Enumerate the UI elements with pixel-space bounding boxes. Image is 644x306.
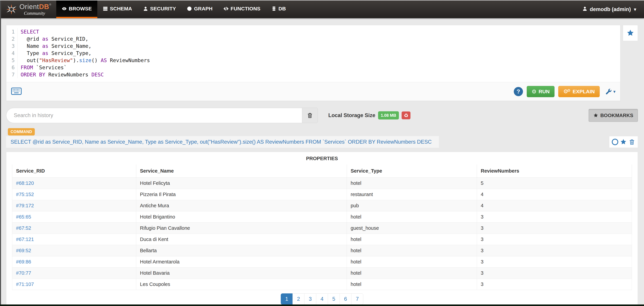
bookmarks-button[interactable]: BOOKMARKS xyxy=(588,109,638,122)
code-line[interactable]: 2 @rid as Service_RID, xyxy=(6,35,620,42)
line-number: 7 xyxy=(6,71,18,78)
cell-service_name: Pizzeria Il Pirata xyxy=(136,189,347,200)
cell-service_name: Hotel Brigantino xyxy=(136,211,347,223)
chevron-down-icon: ▾ xyxy=(634,7,636,12)
line-number: 1 xyxy=(6,28,18,35)
search-history-input[interactable] xyxy=(6,108,302,123)
run-button[interactable]: ⚙ RUN xyxy=(527,86,555,97)
cell-reviewnumbers: 3 xyxy=(477,234,632,245)
results-panel: PROPERTIES Service_RIDService_NameServic… xyxy=(6,152,638,306)
user-menu[interactable]: demodb (admin) ▾ xyxy=(582,0,644,18)
page-button-3[interactable]: 3 xyxy=(304,294,316,305)
page-button-5[interactable]: 5 xyxy=(328,294,340,305)
user-icon xyxy=(582,6,588,12)
cell-service_type: hotel xyxy=(347,256,477,268)
code-line[interactable]: 7ORDER BY ReviewNumbers DESC xyxy=(6,71,620,78)
code-text: ORDER BY ReviewNumbers DESC xyxy=(18,71,104,78)
code-line[interactable]: 6FROM `Services` xyxy=(6,64,620,71)
code-text: SELECT xyxy=(18,28,39,35)
storage-size-label: Local Storage Size xyxy=(328,112,375,119)
tab-label: DB xyxy=(278,6,286,11)
code-text: Type as Service_Type, xyxy=(18,50,91,57)
page-button-2[interactable]: 2 xyxy=(292,294,304,305)
command-query-text[interactable]: SELECT @rid as Service_RID, Name as Serv… xyxy=(6,136,439,148)
column-header-service_rid[interactable]: Service_RID xyxy=(12,164,136,178)
code-line[interactable]: 4 Type as Service_Type, xyxy=(6,50,620,57)
table-row: #69:86Hotel Armentarolahotel3 xyxy=(12,256,632,268)
gear-icon: ⚙ xyxy=(532,89,536,94)
cell-service_type: hotel xyxy=(347,268,477,279)
trash-icon xyxy=(307,112,313,119)
cell-reviewnumbers: 4 xyxy=(477,189,632,200)
results-table-body: #68:120Hotel Felicytahotel5#75:152Pizzer… xyxy=(12,178,632,290)
bookmark-query-button[interactable] xyxy=(623,25,638,41)
page-button-4[interactable]: 4 xyxy=(316,294,328,305)
record-link[interactable]: #69:86 xyxy=(12,256,136,268)
editor-settings-dropdown[interactable]: ▾ xyxy=(605,88,616,95)
code-icon xyxy=(224,6,228,11)
sql-editor[interactable]: 1SELECT2 @rid as Service_RID,3 Name as S… xyxy=(6,25,620,82)
caret-down-icon: ▾ xyxy=(613,89,616,94)
page-button-6[interactable]: 6 xyxy=(340,294,352,305)
command-actions xyxy=(609,136,638,148)
tab-security[interactable]: SECURITY xyxy=(138,0,182,18)
tab-db[interactable]: DB xyxy=(266,0,291,18)
cell-service_type: pub xyxy=(347,200,477,211)
tab-label: SECURITY xyxy=(150,6,176,11)
cell-service_type: guest_house xyxy=(347,223,477,234)
cell-service_name: Hotel Armentarola xyxy=(136,256,347,268)
record-link[interactable]: #65:65 xyxy=(12,211,136,223)
cell-service_name: Duca di Kent xyxy=(136,234,347,245)
star-icon xyxy=(593,113,598,118)
code-line[interactable]: 5 out("HasReview").size() AS ReviewNumbe… xyxy=(6,57,620,64)
page-button-1[interactable]: 1 xyxy=(281,294,293,305)
record-link[interactable]: #79:172 xyxy=(12,200,136,211)
record-link[interactable]: #71:107 xyxy=(12,279,136,290)
record-link[interactable]: #70:77 xyxy=(12,268,136,279)
clear-storage-button[interactable]: ♻ xyxy=(402,112,410,119)
column-header-reviewnumbers[interactable]: ReviewNumbers xyxy=(477,164,632,178)
record-link[interactable]: #68:120 xyxy=(12,178,136,189)
code-text: out("HasReview").size() AS ReviewNumbers xyxy=(18,57,150,64)
tab-label: SCHEMA xyxy=(110,6,132,11)
record-link[interactable]: #69:52 xyxy=(12,245,136,256)
record-link[interactable]: #75:152 xyxy=(12,189,136,200)
keyboard-shortcuts-icon[interactable] xyxy=(11,87,22,96)
code-line[interactable]: 3 Name as Service_Name, xyxy=(6,42,620,50)
editor-toolbar: ? ⚙ RUN ⚙⚙ EXPLAIN ▾ xyxy=(6,82,620,101)
trash-icon[interactable] xyxy=(628,139,635,145)
cell-service_type: hotel xyxy=(347,178,477,189)
tab-label: FUNCTIONS xyxy=(231,6,260,11)
cell-service_name: Rifugio Pian Cavallone xyxy=(136,223,347,234)
record-link[interactable]: #67:52 xyxy=(12,223,136,234)
star-icon xyxy=(626,29,634,37)
cell-reviewnumbers: 3 xyxy=(477,279,632,290)
code-line[interactable]: 1SELECT xyxy=(6,28,620,35)
clear-history-button[interactable] xyxy=(302,108,318,123)
tab-functions[interactable]: FUNCTIONS xyxy=(218,0,266,18)
storage-size-badge: 1.08 MB xyxy=(378,111,399,120)
page-button-7[interactable]: 7 xyxy=(351,294,363,305)
cell-reviewnumbers: 3 xyxy=(477,256,632,268)
tab-browse[interactable]: BROWSE xyxy=(56,0,97,18)
table-row: #67:121Duca di Kenthotel3 xyxy=(12,234,632,245)
record-link[interactable]: #67:121 xyxy=(12,234,136,245)
rerun-query-icon[interactable] xyxy=(612,139,618,145)
recycle-icon: ♻ xyxy=(404,113,408,119)
column-header-service_type[interactable]: Service_Type xyxy=(347,164,477,178)
help-button[interactable]: ? xyxy=(514,87,523,96)
tab-label: BROWSE xyxy=(69,6,92,11)
explain-button[interactable]: ⚙⚙ EXPLAIN xyxy=(558,86,600,97)
cell-service_name: Les Coupoles xyxy=(136,279,347,290)
star-icon[interactable] xyxy=(620,139,627,145)
pagination: 1234567 xyxy=(281,294,363,305)
table-row: #69:52Bellartahotel3 xyxy=(12,245,632,256)
local-storage-size: Local Storage Size 1.08 MB ♻ xyxy=(328,111,410,120)
tab-graph[interactable]: GRAPH xyxy=(181,0,218,18)
column-header-service_name[interactable]: Service_Name xyxy=(136,164,347,178)
cell-reviewnumbers: 3 xyxy=(477,223,632,234)
line-number: 2 xyxy=(6,35,18,42)
tab-label: GRAPH xyxy=(194,6,212,11)
tab-schema[interactable]: SCHEMA xyxy=(97,0,138,18)
cell-service_name: Antiche Mura xyxy=(136,200,347,211)
